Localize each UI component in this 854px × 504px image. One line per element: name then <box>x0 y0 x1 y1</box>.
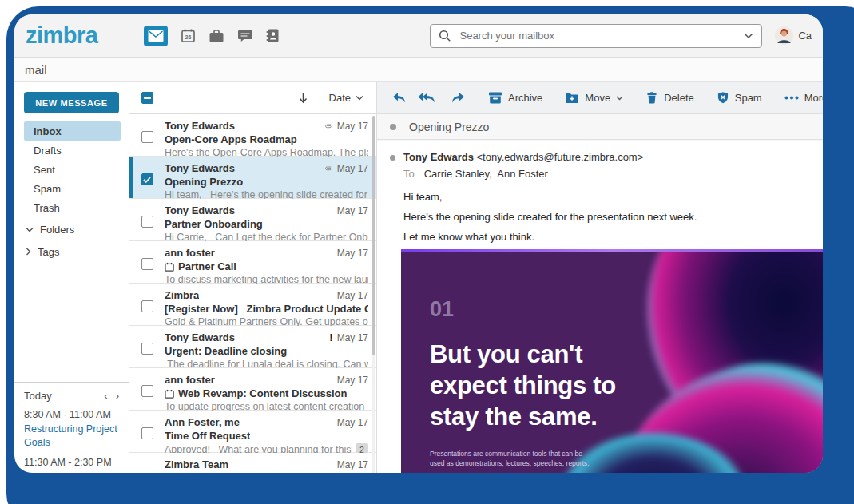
mini-agenda: Today ‹ › 8:30 AM - 11:00 AM Restructuri… <box>14 382 129 473</box>
mail-app-icon[interactable] <box>144 26 168 46</box>
page-title-bar: mail <box>14 58 823 82</box>
chevron-right-icon <box>26 248 31 256</box>
row-checkbox[interactable] <box>141 427 153 439</box>
meeting-calendar-icon <box>165 262 174 272</box>
more-button[interactable]: More <box>784 92 823 104</box>
message-row[interactable]: Tony Edwards May 17 Open-Core Apps Roadm… <box>129 114 376 157</box>
sender-email: <tony.edwards@future.zimbra.com> <box>477 151 644 163</box>
mail-sidebar: NEW MESSAGE Inbox Drafts Sent Spam Trash… <box>14 82 129 473</box>
sort-by-dropdown[interactable]: Date <box>329 92 363 104</box>
message-row[interactable]: ann foster May 17 Partner Call To discus… <box>129 241 376 284</box>
message-row[interactable]: Tony Edwards ! May 17 Urgent: Deadline c… <box>129 326 376 368</box>
chat-app-icon[interactable] <box>237 29 253 43</box>
row-checkbox[interactable] <box>141 343 153 355</box>
sidebar-item-trash[interactable]: Trash <box>24 198 121 217</box>
slide-caption: Presentations are communication tools th… <box>430 449 589 468</box>
zimbra-logo: zimbra <box>26 22 97 49</box>
avatar <box>775 26 793 45</box>
message-view: Tony Edwards <tony.edwards@future.zimbra… <box>377 140 823 473</box>
sender-name: Tony Edwards <box>403 151 474 163</box>
search-input[interactable] <box>459 30 744 42</box>
sidebar-item-spam[interactable]: Spam <box>24 179 121 198</box>
event-link[interactable]: Restructuring Project Goals <box>24 423 119 450</box>
app-header: zimbra 26 <box>14 14 823 58</box>
row-checkbox[interactable] <box>141 216 153 228</box>
agenda-next-button[interactable]: › <box>116 390 119 402</box>
message-row[interactable]: Zimbra May 17 [Register Now] Zimbra Prod… <box>129 284 376 326</box>
attached-slide-image: 01 But you can't expect things to stay t… <box>401 249 823 473</box>
user-name: Ca <box>798 30 812 42</box>
select-all-checkbox[interactable] <box>141 92 153 104</box>
briefcase-app-icon[interactable] <box>209 29 224 43</box>
message-row-selected[interactable]: Tony Edwards May 17 Opening Prezzo Hi te… <box>129 157 376 199</box>
sort-direction-icon[interactable] <box>298 92 308 104</box>
move-button[interactable]: Move <box>565 92 623 104</box>
chevron-down-icon <box>26 227 34 232</box>
attachment-icon <box>324 163 332 173</box>
unread-dot-icon <box>390 124 396 130</box>
message-row[interactable]: Zimbra Team May 17 <box>129 453 376 473</box>
conversation-subject: Opening Prezzo <box>409 121 489 133</box>
move-folder-icon <box>565 92 579 104</box>
slide-number: 01 <box>430 297 454 322</box>
reading-pane: Archive Move <box>377 82 823 473</box>
reply-button[interactable] <box>391 92 407 104</box>
message-list-toolbar: Date <box>129 82 376 114</box>
attachment-icon <box>324 121 332 131</box>
search-box <box>430 24 762 48</box>
to-label: To <box>403 168 415 180</box>
row-checkbox[interactable] <box>141 258 153 270</box>
urgent-icon: ! <box>329 331 332 343</box>
reply-all-button[interactable] <box>418 92 436 104</box>
zimbra-app-window: zimbra 26 <box>14 14 823 473</box>
agenda-prev-button[interactable]: ‹ <box>104 390 107 402</box>
svg-text:26: 26 <box>185 34 192 40</box>
message-row[interactable]: Ann Foster, me May 17 Time Off Request A… <box>129 411 376 453</box>
chevron-down-icon <box>356 95 363 101</box>
spam-button[interactable]: Spam <box>717 91 762 105</box>
delete-button[interactable]: Delete <box>645 91 694 105</box>
archive-button[interactable]: Archive <box>488 91 542 105</box>
meeting-calendar-icon <box>165 389 174 399</box>
message-row[interactable]: Tony Edwards May 17 Partner Onboarding H… <box>129 199 376 241</box>
sidebar-item-inbox[interactable]: Inbox <box>24 121 121 141</box>
event-time: 8:30 AM - 11:00 AM <box>24 409 119 420</box>
row-checkbox[interactable] <box>141 173 153 185</box>
recipients: Carrie Stanley, Ann Foster <box>424 168 548 180</box>
message-list: Date Tony Edwards <box>129 82 377 473</box>
forward-button[interactable] <box>451 92 466 104</box>
page-title: mail <box>25 63 47 77</box>
slide-title: But you can't expect things to stay the … <box>430 339 616 432</box>
conversation-subject-bar: Opening Prezzo <box>377 114 823 140</box>
message-row[interactable]: ann foster May 17 Web Revamp: Content Di… <box>129 368 376 411</box>
row-checkbox[interactable] <box>141 385 153 397</box>
sidebar-item-sent[interactable]: Sent <box>24 160 121 179</box>
reading-toolbar: Archive Move <box>377 82 823 114</box>
contacts-app-icon[interactable] <box>266 28 280 43</box>
envelope-icon <box>148 30 164 42</box>
agenda-title: Today <box>24 390 52 402</box>
sidebar-item-drafts[interactable]: Drafts <box>24 141 121 160</box>
spam-shield-icon <box>717 91 729 105</box>
event-link[interactable]: Update: EMEA <box>24 470 119 473</box>
calendar-app-icon[interactable]: 26 <box>181 28 196 43</box>
search-icon <box>439 30 451 42</box>
trash-icon <box>645 91 658 105</box>
app-switcher: 26 <box>144 26 280 46</box>
chevron-down-icon <box>616 96 623 101</box>
row-checkbox[interactable] <box>141 131 153 143</box>
message-body: Hi team, Here's the opening slide create… <box>377 180 823 243</box>
more-dots-icon <box>784 96 799 100</box>
sidebar-group-tags[interactable]: Tags <box>14 241 129 262</box>
row-checkbox[interactable] <box>141 300 153 312</box>
archive-icon <box>488 91 502 105</box>
new-message-button[interactable]: NEW MESSAGE <box>24 92 119 113</box>
event-time: 11:30 AM - 2:30 PM <box>24 457 119 468</box>
search-options-chevron-icon[interactable] <box>744 33 753 39</box>
list-scrollbar[interactable] <box>372 116 375 473</box>
sidebar-group-folders[interactable]: Folders <box>14 219 129 240</box>
user-menu[interactable]: Ca <box>775 26 812 45</box>
message-rows: Tony Edwards May 17 Open-Core Apps Roadm… <box>129 114 376 473</box>
read-dot-icon <box>390 155 395 161</box>
